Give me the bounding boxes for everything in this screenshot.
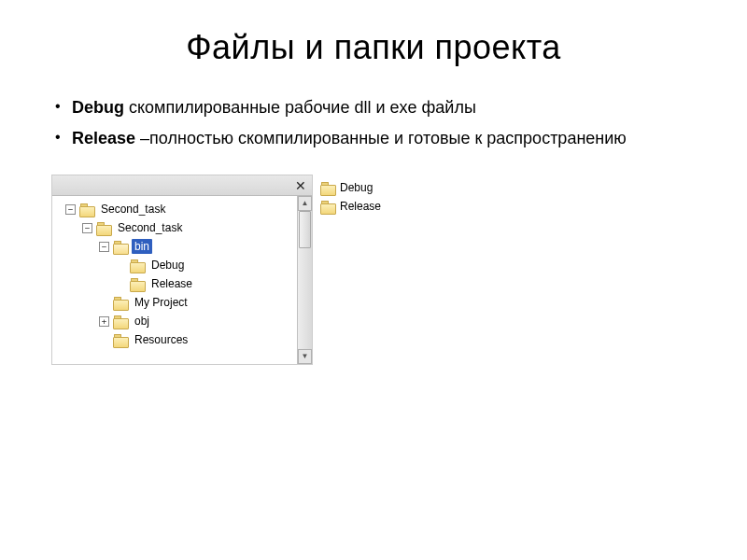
tree-body: − Second_task − Second_task [52, 196, 312, 364]
tree-node-label: Debug [148, 258, 187, 273]
tree-node-my-project[interactable]: My Project [99, 293, 297, 312]
scroll-down-icon[interactable]: ▼ [298, 349, 312, 364]
collapse-icon[interactable]: − [65, 204, 76, 215]
folder-icon [113, 334, 128, 346]
tree-node-label: bin [132, 239, 152, 254]
collapse-icon[interactable]: − [99, 242, 109, 252]
bullet-list: Debug скомпилированные рабочие dll и exe… [51, 95, 696, 151]
folder-icon [113, 297, 128, 309]
list-item[interactable]: Release [320, 197, 381, 216]
slide-title: Файлы и папки проекта [51, 28, 696, 67]
explorer-area: ✕ − Second_task [51, 175, 696, 365]
tree-node-label: Release [148, 276, 195, 291]
tree-node-second-task[interactable]: − Second_task [65, 200, 297, 218]
tree-spacer [116, 260, 126, 271]
tree-node-debug[interactable]: Debug [116, 256, 297, 274]
folder-icon [113, 315, 128, 328]
tree-node-label: Resources [132, 332, 190, 347]
folder-icon [320, 201, 335, 213]
tree-node-obj[interactable]: + obj [99, 312, 297, 330]
bullet-rest: –полностью скомпилированные и готовые к … [135, 129, 627, 147]
folder-open-icon [113, 241, 128, 253]
tree-node-label: Second_task [115, 220, 185, 235]
scroll-thumb[interactable] [299, 211, 311, 248]
panel-header: ✕ [52, 175, 312, 196]
tree-spacer [116, 279, 126, 289]
folder-icon [96, 222, 111, 234]
folder-tree-panel: ✕ − Second_task [51, 175, 313, 365]
folder-icon [79, 203, 94, 216]
bullet-bold: Release [72, 129, 135, 147]
expand-icon[interactable]: + [99, 316, 109, 327]
scrollbar[interactable]: ▲ ▼ [297, 196, 312, 364]
folder-icon [130, 259, 145, 272]
list-item-label: Release [340, 200, 381, 213]
tree-node-second-task-inner[interactable]: − Second_task [82, 218, 297, 237]
bullet-bold: Debug [72, 98, 124, 117]
close-icon[interactable]: ✕ [295, 179, 306, 192]
tree-node-label: Second_task [98, 202, 168, 217]
folder-icon [320, 182, 335, 194]
tree-spacer [99, 335, 109, 345]
tree-node-release[interactable]: Release [116, 274, 297, 293]
bullet-item: Release –полностью скомпилированные и го… [51, 126, 696, 151]
tree-content: − Second_task − Second_task [52, 196, 297, 364]
list-item-label: Debug [340, 181, 373, 194]
bullet-item: Debug скомпилированные рабочие dll и exe… [51, 95, 696, 120]
tree-node-label: obj [132, 314, 152, 329]
slide: Файлы и папки проекта Debug скомпилирова… [0, 0, 747, 560]
folder-contents-panel: Debug Release [313, 175, 388, 219]
bullet-rest: скомпилированные рабочие dll и exe файлы [124, 98, 476, 117]
tree-node-bin[interactable]: − bin [99, 237, 297, 256]
scroll-up-icon[interactable]: ▲ [298, 196, 312, 211]
list-item[interactable]: Debug [320, 178, 381, 197]
tree-node-label: My Project [132, 295, 190, 310]
tree-node-resources[interactable]: Resources [99, 330, 297, 349]
collapse-icon[interactable]: − [82, 223, 92, 233]
tree-spacer [99, 298, 109, 308]
folder-icon [130, 278, 145, 290]
